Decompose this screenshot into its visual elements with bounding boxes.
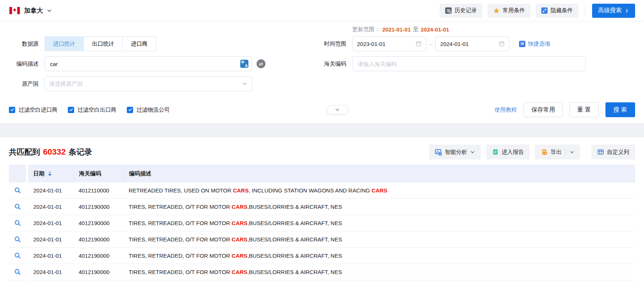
results-section: 共匹配到 60332 条记录 BI 智能分析 进入报告 导出 自定义列 (0, 137, 644, 280)
history-icon (445, 7, 452, 14)
row-date: 2024-01-01 (33, 220, 62, 226)
row-date: 2024-01-01 (33, 236, 62, 243)
row-desc: TIRES, RETREADED, O/T FOR MOTOR CARS,BUS… (123, 199, 635, 215)
time-range-label: 时间范围 (317, 40, 346, 47)
smart-analysis-button[interactable]: BI 智能分析 (429, 145, 481, 159)
filter-label: 过滤物流公司 (136, 106, 170, 113)
data-source-tabs: 进口统计 出口统计 进口商 (44, 36, 156, 51)
reset-button[interactable]: 重 置 (569, 102, 598, 117)
hs-code-label: 海关编码 (317, 60, 346, 67)
divider (565, 149, 566, 155)
table-row: 2024-01-01 4012190000 TIRES, RETREADED, … (9, 248, 635, 264)
history-label: 历史记录 (455, 7, 477, 14)
save-common-button[interactable]: 保存常用 (524, 102, 563, 117)
svg-text:BI: BI (439, 153, 441, 155)
calendar-icon (499, 41, 505, 47)
translate-icon[interactable]: 中A (240, 60, 248, 68)
favorites-label: 常用条件 (503, 7, 525, 14)
table-body: 2024-01-01 4012110000 RETREADED TIRES, U… (9, 182, 635, 280)
chevron-down-icon (47, 8, 52, 13)
table-row: 2024-01-01 4012110000 RETREADED TIRES, U… (9, 182, 635, 199)
advanced-search-button[interactable]: 高级搜索 (592, 4, 635, 18)
origin-select[interactable]: 请选择原产国 (44, 76, 252, 91)
swap-icon[interactable]: ⇄ (257, 59, 265, 68)
sort-control[interactable] (48, 171, 52, 176)
hide-conditions-button[interactable]: 隐藏条件 (536, 4, 578, 18)
row-code: 4012190000 (79, 269, 109, 275)
row-desc: TIRES, RETREADED, O/T FOR MOTOR CARS,BUS… (123, 248, 635, 264)
update-range-note: 更新范围： 2021-01-01 至 2024-01-01 (352, 25, 635, 33)
results-count: 60332 (43, 147, 66, 157)
filter-label: 过滤空白出口商 (77, 106, 116, 113)
checkbox-checked-icon[interactable] (68, 107, 74, 113)
checkbox-checked-icon[interactable] (9, 107, 15, 113)
country-selector[interactable]: 加拿大 (9, 6, 52, 15)
chevron-down-icon (242, 81, 247, 86)
update-range-end: 2024-01-01 (421, 26, 449, 33)
advanced-search-label: 高级搜索 (598, 7, 622, 14)
tab-export-stats[interactable]: 出口统计 (83, 36, 123, 51)
checkbox-checked-icon[interactable] (127, 107, 133, 113)
topbar: 加拿大 历史记录 常用条件 隐藏条件 高级搜索 (0, 0, 644, 22)
sort-desc-icon (48, 174, 52, 176)
table-row: 2024-01-01 4012190000 TIRES, RETREADED, … (9, 215, 635, 231)
tutorial-link[interactable]: 使用教程 (495, 106, 517, 113)
start-date-value[interactable] (357, 41, 413, 47)
update-range-to: 至 (413, 26, 419, 33)
magnifier-icon (14, 236, 21, 243)
collapse-icon (541, 7, 548, 14)
end-date-value[interactable] (440, 41, 496, 47)
row-code: 4012190000 (79, 220, 109, 226)
row-detail-button[interactable] (14, 203, 21, 210)
section-divider (0, 123, 644, 137)
row-detail-button[interactable] (14, 268, 21, 276)
row-desc: RETREADED TIRES, USED ON MOTOR CARS, INC… (123, 182, 635, 199)
search-button[interactable]: 搜 索 (605, 102, 635, 117)
filters-row: 过滤空白进口商 过滤空白出口商 过滤物流公司 使用教程 保存常用 重 置 搜 索 (9, 96, 635, 123)
header-icon-col (9, 165, 26, 182)
results-table: 日期 海关编码 编码描述 2024-01-01 4012110000 RETRE… (9, 165, 635, 280)
hide-conditions-label: 隐藏条件 (551, 7, 573, 14)
end-date-input[interactable] (435, 36, 509, 51)
export-button[interactable]: 导出 (535, 145, 580, 159)
custom-columns-button[interactable]: 自定义列 (591, 145, 635, 159)
divider (585, 6, 585, 16)
row-desc: TIRES, RETREADED, O/T FOR MOTOR CARS,BUS… (123, 231, 635, 248)
row-code: 4012190000 (79, 253, 109, 259)
row-date: 2024-01-01 (33, 253, 62, 259)
tab-importers[interactable]: 进口商 (122, 36, 156, 51)
row-detail-button[interactable] (14, 236, 21, 243)
favorites-button[interactable]: 常用条件 (488, 4, 531, 18)
chevron-down-icon (470, 150, 475, 155)
code-desc-input[interactable] (44, 56, 252, 71)
table-row: 2024-01-01 4012190000 TIRES, RETREADED, … (9, 231, 635, 248)
quick-options-button[interactable]: ⌘ 快捷选项 (519, 40, 550, 47)
filter-blank-exporter[interactable]: 过滤空白出口商 (68, 106, 116, 113)
command-icon: ⌘ (519, 41, 525, 47)
update-range-label: 更新范围： (352, 26, 380, 33)
tab-import-stats[interactable]: 进口统计 (44, 36, 84, 51)
enter-report-button[interactable]: 进入报告 (486, 145, 530, 159)
custom-columns-label: 自定义列 (607, 149, 629, 156)
start-date-input[interactable] (352, 36, 426, 51)
origin-placeholder: 请选择原产国 (49, 80, 242, 88)
history-button[interactable]: 历史记录 (440, 4, 482, 18)
row-detail-button[interactable] (14, 252, 21, 259)
hs-code-input[interactable] (352, 56, 586, 71)
enter-report-label: 进入报告 (502, 149, 524, 156)
collapse-form-button[interactable] (327, 105, 348, 114)
sort-asc-icon (48, 171, 52, 173)
row-detail-button[interactable] (14, 220, 21, 227)
results-summary: 共匹配到 60332 条记录 (9, 147, 92, 157)
filter-blank-importer[interactable]: 过滤空白进口商 (9, 106, 57, 113)
header-date: 日期 (28, 165, 73, 182)
filter-logistics[interactable]: 过滤物流公司 (127, 106, 170, 113)
code-desc-field: 中A (44, 56, 252, 71)
date-separator: – (429, 41, 432, 47)
export-icon (541, 149, 548, 155)
origin-label: 原产国 (9, 80, 39, 88)
row-code: 4012110000 (79, 187, 109, 194)
magnifier-icon (14, 268, 21, 276)
row-detail-button[interactable] (14, 187, 21, 194)
row-date: 2024-01-01 (33, 187, 62, 194)
